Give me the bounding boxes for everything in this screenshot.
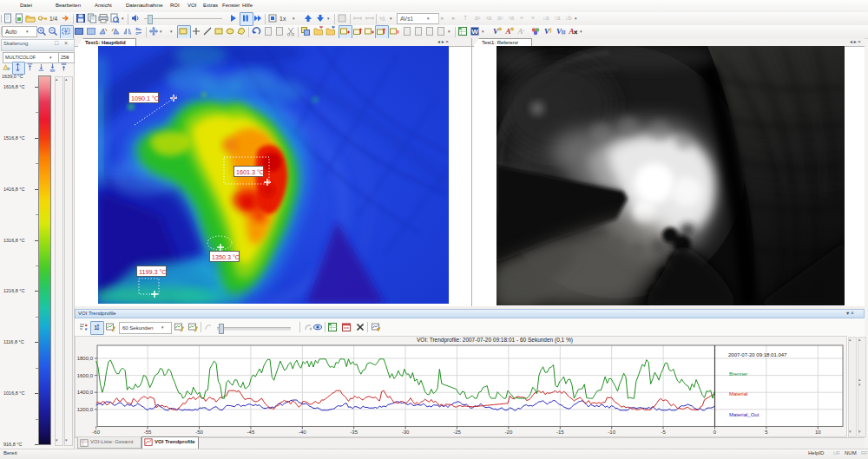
- svg-text:A: A: [569, 27, 575, 36]
- svg-text:1090.1 °C: 1090.1 °C: [131, 95, 159, 102]
- svg-text:5: 5: [765, 429, 768, 435]
- svg-text:-60: -60: [92, 429, 100, 435]
- svg-text:-10: -10: [608, 429, 615, 435]
- svg-text:0: 0: [713, 429, 717, 435]
- svg-text:-55: -55: [144, 429, 152, 435]
- svg-text:1800,0: 1800,0: [77, 356, 94, 361]
- svg-text:½: ½: [379, 15, 385, 23]
- svg-text:Brenner: Brenner: [729, 371, 747, 377]
- svg-text:-45: -45: [247, 429, 255, 435]
- svg-text:1200,0: 1200,0: [77, 407, 94, 412]
- svg-text:1600,0: 1600,0: [77, 373, 94, 378]
- svg-text:A: A: [505, 27, 511, 36]
- svg-text:W: W: [471, 28, 478, 36]
- svg-text:Material: Material: [729, 391, 747, 397]
- svg-text:-25: -25: [453, 429, 461, 435]
- svg-text:Material_Out: Material_Out: [729, 412, 760, 417]
- svg-text:1199.3 °C: 1199.3 °C: [139, 268, 167, 276]
- svg-text:-40: -40: [299, 429, 306, 435]
- svg-text:V: V: [544, 27, 550, 36]
- svg-text:V: V: [556, 27, 562, 36]
- svg-text:1601.3 °C: 1601.3 °C: [236, 168, 264, 176]
- svg-text:-5: -5: [661, 429, 666, 435]
- svg-text:-30: -30: [402, 429, 410, 435]
- svg-text:1400,0: 1400,0: [77, 390, 94, 395]
- svg-text:2007-07-20 09:18:01.047: 2007-07-20 09:18:01.047: [728, 352, 787, 357]
- svg-text:1350.3 °C: 1350.3 °C: [212, 253, 240, 261]
- svg-text:-15: -15: [556, 429, 564, 435]
- svg-text:VOI: Trendprofile: 2007-07-20: VOI: Trendprofile: 2007-07-20 09:18:01 -…: [417, 337, 573, 344]
- svg-text:-35: -35: [350, 429, 358, 435]
- svg-text:a: a: [523, 28, 525, 32]
- svg-text:10: 10: [815, 429, 821, 435]
- svg-text:-50: -50: [195, 429, 203, 435]
- svg-text:V: V: [493, 27, 499, 36]
- svg-text:-20: -20: [505, 429, 513, 435]
